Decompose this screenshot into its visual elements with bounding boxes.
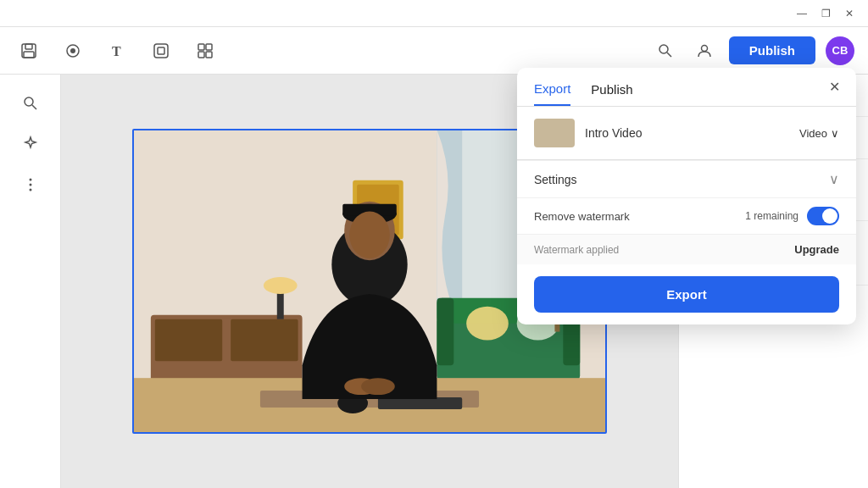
watermark-label: Remove watermark	[534, 210, 630, 223]
svg-rect-9	[206, 44, 212, 50]
svg-rect-10	[198, 52, 204, 58]
svg-point-47	[349, 212, 390, 259]
avatar[interactable]: CB	[826, 36, 854, 65]
text-icon[interactable]: T	[102, 36, 132, 66]
svg-rect-6	[154, 44, 168, 58]
record-icon[interactable]	[58, 36, 88, 66]
svg-rect-11	[206, 52, 212, 58]
svg-point-28	[264, 277, 298, 294]
search-toolbar-icon[interactable]	[651, 36, 680, 65]
video-type-chevron: ∨	[831, 127, 839, 140]
minimize-button[interactable]: —	[790, 2, 814, 25]
watermark-applied-label: Watermark applied	[534, 244, 619, 256]
watermark-right: 1 remaining	[745, 207, 839, 225]
export-button[interactable]: Export	[534, 276, 839, 313]
svg-point-14	[701, 45, 707, 51]
close-button[interactable]: ✕	[837, 2, 861, 25]
svg-point-4	[70, 48, 75, 53]
watermark-toggle[interactable]	[807, 207, 839, 225]
svg-rect-27	[277, 290, 284, 319]
left-sidebar	[0, 75, 61, 488]
sidebar-search-icon[interactable]	[12, 85, 49, 122]
settings-chevron-icon: ∨	[829, 171, 839, 187]
svg-rect-25	[155, 319, 222, 362]
video-thumbnail	[534, 119, 575, 147]
svg-point-17	[29, 179, 31, 181]
svg-point-19	[29, 189, 31, 191]
settings-row[interactable]: Settings ∨	[517, 160, 856, 197]
toolbar-right: Publish CB	[651, 36, 854, 65]
export-tab[interactable]: Export	[534, 81, 570, 106]
export-close-button[interactable]: ✕	[822, 75, 846, 98]
svg-rect-42	[378, 397, 462, 409]
watermark-applied-row: Watermark applied Upgrade	[517, 234, 856, 264]
settings-label: Settings	[534, 173, 577, 186]
svg-rect-2	[24, 52, 34, 58]
svg-line-16	[32, 105, 36, 109]
svg-line-13	[667, 53, 671, 57]
export-dropdown: Export Publish ✕ Intro Video Video ∨ Set…	[517, 68, 856, 324]
video-type-label: Video	[799, 127, 827, 140]
upgrade-button[interactable]: Upgrade	[794, 243, 839, 256]
remaining-text: 1 remaining	[745, 210, 798, 222]
svg-point-35	[466, 307, 509, 341]
svg-point-12	[659, 45, 668, 53]
sidebar-more-icon[interactable]	[12, 166, 49, 203]
user-icon[interactable]	[690, 36, 719, 65]
restore-button[interactable]: ❐	[814, 2, 837, 25]
publish-tab[interactable]: Publish	[591, 82, 632, 105]
watermark-row: Remove watermark 1 remaining	[517, 197, 856, 234]
svg-point-49	[361, 378, 395, 395]
toggle-thumb	[822, 208, 837, 224]
toolbar-left: T	[14, 36, 651, 66]
svg-rect-26	[231, 319, 298, 362]
svg-point-15	[25, 97, 33, 106]
video-type-selector[interactable]: Video ∨	[799, 127, 839, 140]
svg-rect-8	[198, 44, 204, 50]
export-video-row: Intro Video Video ∨	[517, 107, 856, 159]
publish-button[interactable]: Publish	[729, 36, 815, 64]
svg-rect-1	[25, 44, 32, 49]
svg-rect-33	[437, 298, 453, 365]
svg-rect-7	[158, 47, 164, 54]
video-title: Intro Video	[585, 126, 789, 140]
shape-icon[interactable]	[146, 36, 176, 66]
save-icon[interactable]	[14, 36, 44, 66]
svg-point-18	[29, 184, 31, 186]
export-dropdown-header: Export Publish ✕	[517, 68, 856, 106]
grid-icon[interactable]	[190, 36, 220, 66]
title-bar: — ❐ ✕	[0, 0, 868, 27]
sidebar-magic-icon[interactable]	[12, 125, 49, 163]
svg-text:T: T	[112, 44, 121, 58]
